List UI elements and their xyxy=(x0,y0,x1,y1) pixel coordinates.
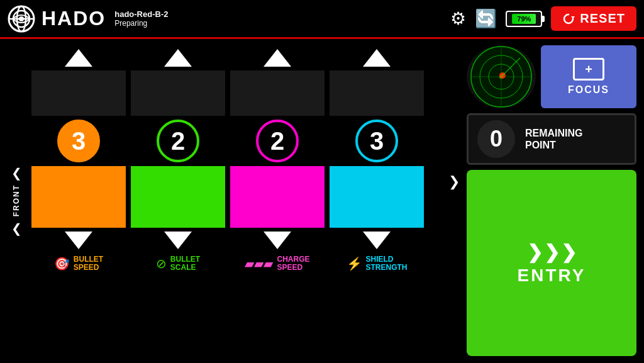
front-label: FRONT xyxy=(12,184,21,216)
color-block-1 xyxy=(131,166,225,200)
bullet-scale-up-button[interactable] xyxy=(131,45,225,70)
rotate-icon[interactable]: 🔄 xyxy=(475,8,497,29)
radar-svg xyxy=(470,45,533,108)
value-row: 2 xyxy=(131,116,225,166)
charge-speed-up-button[interactable] xyxy=(230,45,325,70)
mid-dark-block xyxy=(230,93,325,116)
value-circle: 3 xyxy=(57,120,100,162)
bullet-speed-column: 3 🎯 BULLETSPEED xyxy=(31,45,126,356)
settings-icon[interactable]: ⚙ xyxy=(450,8,466,29)
entry-arrows: ❯ ❯ ❯ xyxy=(527,241,577,263)
remaining-points-display: 0 REMAINING POINT xyxy=(467,113,636,165)
color-block-1 xyxy=(230,166,325,200)
bullet-scale-icon: ⊘ xyxy=(156,256,167,271)
column-value: 2 xyxy=(270,127,284,155)
down-arrow-icon xyxy=(65,232,92,249)
front-label-area: ❮ FRONT ❮ xyxy=(8,45,25,356)
bullet-speed-down-button[interactable] xyxy=(31,228,126,253)
color-block-2 xyxy=(131,200,225,228)
bullet-speed-up-button[interactable] xyxy=(31,45,126,70)
entry-button[interactable]: ❯ ❯ ❯ ENTRY xyxy=(467,170,636,356)
up-arrow-icon xyxy=(363,49,391,67)
value-circle: 3 xyxy=(355,120,398,162)
battery-indicator: 79% xyxy=(506,11,542,27)
top-dark-block xyxy=(131,70,225,93)
bullet-scale-down-button[interactable] xyxy=(131,228,225,253)
column-label: ⊘ BULLETSCALE xyxy=(156,255,200,272)
mid-dark-block xyxy=(31,93,126,116)
top-dark-block xyxy=(31,70,126,93)
mid-dark-block xyxy=(330,93,424,116)
down-arrow-icon xyxy=(264,232,291,249)
column-label-text: BULLETSCALE xyxy=(170,255,200,272)
reset-label: RESET xyxy=(580,11,625,26)
bullet-scale-column: 2 ⊘ BULLETSCALE xyxy=(131,45,225,356)
color-block-2 xyxy=(31,200,126,228)
hado-logo-icon xyxy=(8,5,35,33)
entry-arrow-1: ❯ xyxy=(527,241,543,263)
status-text: Preparing xyxy=(114,19,168,28)
column-label-text: SHIELDSTRENGTH xyxy=(366,255,408,272)
shield-strength-icon: ⚡ xyxy=(347,256,362,271)
pointer-arrow: ❯ xyxy=(448,45,460,356)
focus-label: FOCUS xyxy=(568,84,609,96)
up-arrow-icon xyxy=(164,49,192,67)
front-chevron-up: ❮ xyxy=(11,165,22,181)
battery-percentage: 79% xyxy=(512,14,536,24)
value-row: 2 xyxy=(230,116,325,166)
entry-arrow-2: ❯ xyxy=(544,241,560,263)
main-content: ❮ FRONT ❮ 3 🎯 BULLETSPEED xyxy=(0,39,644,361)
front-chevron-down: ❮ xyxy=(11,221,22,236)
value-circle: 2 xyxy=(157,120,199,162)
header-icons: ⚙ 🔄 79% RESET xyxy=(450,6,636,31)
color-block-1 xyxy=(330,166,424,200)
remaining-value: 0 xyxy=(477,120,515,158)
top-dark-block xyxy=(330,70,424,93)
top-row: FOCUS xyxy=(467,45,636,108)
up-arrow-icon xyxy=(264,49,291,67)
column-label: ▰▰▰ CHARGESPEED xyxy=(245,255,309,272)
right-panel: FOCUS 0 REMAINING POINT ❯ ❯ ❯ ENTRY xyxy=(467,45,636,356)
device-info: hado-Red-B-2 Preparing xyxy=(114,9,168,28)
svg-marker-5 xyxy=(571,16,575,19)
reset-button[interactable]: RESET xyxy=(551,6,636,31)
reset-icon xyxy=(562,13,575,25)
remaining-label: REMAINING POINT xyxy=(525,127,583,151)
shield-strength-up-button[interactable] xyxy=(330,45,424,70)
shield-strength-column: 3 ⚡ SHIELDSTRENGTH xyxy=(330,45,424,356)
logo xyxy=(8,5,35,33)
up-arrow-icon xyxy=(65,49,92,67)
radar-display xyxy=(467,45,536,108)
entry-arrow-3: ❯ xyxy=(561,241,577,263)
column-label: ⚡ SHIELDSTRENGTH xyxy=(347,255,408,272)
stat-columns: 3 🎯 BULLETSPEED 2 xyxy=(31,45,441,356)
column-value: 3 xyxy=(72,127,86,155)
hado-brand: HADO xyxy=(42,7,106,30)
column-label-text: CHARGESPEED xyxy=(277,255,309,272)
focus-button[interactable]: FOCUS xyxy=(541,45,636,108)
color-block-2 xyxy=(330,200,424,228)
mid-dark-block xyxy=(131,93,225,116)
down-arrow-icon xyxy=(164,232,192,249)
value-row: 3 xyxy=(330,116,424,166)
column-value: 2 xyxy=(171,127,185,155)
top-dark-block xyxy=(230,70,325,93)
charge-speed-column: 2 ▰▰▰ CHARGESPEED xyxy=(230,45,325,356)
svg-point-4 xyxy=(19,16,24,21)
battery-fill: 79% xyxy=(512,14,536,24)
entry-label: ENTRY xyxy=(518,265,586,286)
header: HADO hado-Red-B-2 Preparing ⚙ 🔄 79% RESE… xyxy=(0,0,644,39)
color-block-2 xyxy=(230,200,325,228)
down-arrow-icon xyxy=(363,232,391,249)
bullet-speed-icon: 🎯 xyxy=(54,256,70,271)
column-value: 3 xyxy=(370,127,384,155)
focus-bracket-icon xyxy=(573,58,604,81)
value-row: 3 xyxy=(31,116,126,166)
column-label-text: BULLETSPEED xyxy=(74,255,103,272)
shield-strength-down-button[interactable] xyxy=(330,228,424,253)
charge-speed-down-button[interactable] xyxy=(230,228,325,253)
column-label: 🎯 BULLETSPEED xyxy=(54,255,103,272)
device-name: hado-Red-B-2 xyxy=(114,9,168,19)
remaining-label-area: REMAINING POINT xyxy=(525,127,583,151)
charge-speed-icon: ▰▰▰ xyxy=(245,256,273,271)
